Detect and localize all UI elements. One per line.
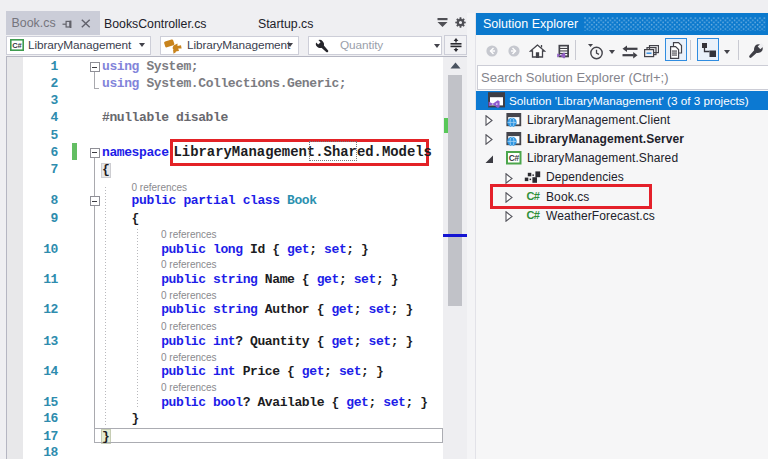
svg-text:C#: C# [509,153,520,163]
svg-text:C#: C# [12,40,22,49]
